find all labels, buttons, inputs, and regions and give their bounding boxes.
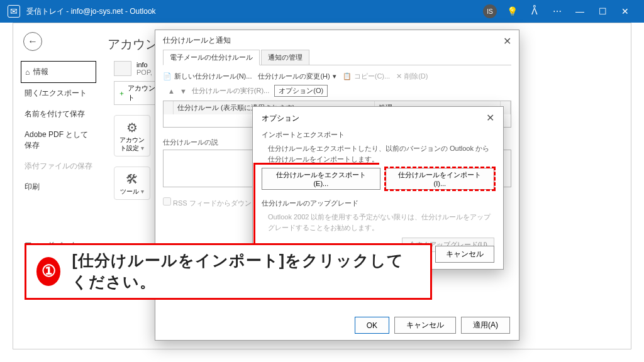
run-rules-button[interactable]: 仕分けルールの実行(R)...	[192, 86, 269, 96]
delete-rule-button[interactable]: ✕ 削除(D)	[396, 72, 428, 81]
tab-email-rules[interactable]: 電子メールの仕分けルール	[163, 50, 260, 65]
help-icon[interactable]: ⋯	[546, 0, 569, 23]
wrench-icon: 🛠	[118, 171, 146, 187]
support-icon[interactable]: ᐰ	[523, 0, 546, 23]
account-protocol: POP,	[136, 69, 152, 76]
annotation-line	[253, 163, 379, 165]
home-icon: ⌂	[25, 68, 30, 77]
cancel-button[interactable]: キャンセル	[394, 317, 456, 334]
account-settings-button[interactable]: ⚙アカウント設定 ▾	[114, 115, 150, 156]
ok-button[interactable]: OK	[355, 317, 389, 334]
sidebar-item-open-export[interactable]: 開く/エクスポート	[21, 83, 96, 104]
change-rule-button[interactable]: 仕分けルールの変更(H) ▾	[258, 72, 336, 81]
instruction-callout: ① [仕分けルールをインポート]をクリックしてください。	[25, 243, 432, 300]
apply-button[interactable]: 適用(A)	[461, 317, 510, 334]
options-cancel-button[interactable]: キャンセル	[435, 246, 494, 263]
move-down-icon[interactable]: ▼	[180, 87, 187, 95]
tab-manage-alerts[interactable]: 通知の管理	[261, 50, 309, 65]
tools-button[interactable]: 🛠ツール ▾	[114, 167, 150, 200]
copy-rule-button[interactable]: 📋 コピー(C)...	[343, 72, 390, 81]
move-up-icon[interactable]: ▲	[168, 87, 175, 95]
backstage-panel: ← アカウント ⌂情報 開く/エクスポート 名前を付けて保存 Adobe PDF…	[13, 23, 631, 349]
lightbulb-icon[interactable]: 💡	[501, 0, 523, 23]
rules-options-button[interactable]: オプション(O)	[274, 85, 328, 97]
close-window-button[interactable]: ✕	[614, 0, 636, 23]
dialog-title: 仕分けルールと通知	[163, 36, 231, 45]
new-rule-button[interactable]: 📄 新しい仕分けルール(N)...	[163, 72, 252, 81]
import-rules-button[interactable]: 仕分けルールをインポート(I)...	[386, 168, 494, 190]
minimize-button[interactable]: —	[569, 0, 591, 23]
options-title: オプション	[262, 114, 299, 123]
close-icon[interactable]: ✕	[486, 112, 494, 124]
plus-icon: ＋	[118, 89, 125, 98]
title-bar: ✉ 受信トレイ - info@jo-sys.net - Outlook IS 💡…	[0, 0, 644, 23]
back-button[interactable]: ←	[23, 32, 42, 51]
import-export-group-label: インポートとエクスポート	[262, 130, 494, 140]
sidebar-item-adobe-pdf[interactable]: Adobe PDF として保存	[21, 124, 96, 156]
sidebar-item-print[interactable]: 印刷	[21, 177, 96, 197]
window-title: 受信トレイ - info@jo-sys.net - Outlook	[26, 6, 483, 17]
export-rules-button[interactable]: 仕分けルールをエクスポート(E)...	[262, 168, 380, 190]
upgrade-desc: Outlook 2002 以前を使用する予定がない限りは、仕分けルールをアップグ…	[262, 212, 494, 233]
sidebar-item-save-as[interactable]: 名前を付けて保存	[21, 104, 96, 124]
user-avatar[interactable]: IS	[483, 4, 497, 18]
upgrade-group-label: 仕分けルールのアップグレード	[262, 199, 494, 208]
enable-rss-checkbox	[163, 197, 171, 206]
outlook-icon: ✉	[8, 5, 20, 18]
close-icon[interactable]: ✕	[503, 35, 511, 47]
instruction-text: [仕分けルールをインポート]をクリックしてください。	[72, 250, 420, 293]
account-email: info	[136, 61, 152, 69]
maximize-button[interactable]: ☐	[591, 0, 614, 23]
import-export-desc: 仕分けルールをエクスポートしたり、以前のバージョンの Outlook から仕分け…	[262, 143, 494, 164]
sidebar-item-save-attach: 添付ファイルの保存	[21, 156, 96, 177]
sidebar-item-info[interactable]: ⌂情報	[21, 61, 96, 83]
step-number-badge: ①	[36, 257, 60, 286]
account-icon	[114, 61, 131, 76]
gear-user-icon: ⚙	[118, 119, 146, 136]
